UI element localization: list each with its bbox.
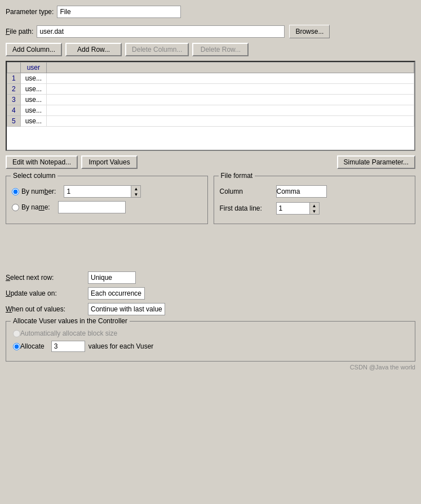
column-format-row: Column Comma: [220, 185, 410, 198]
by-name-select[interactable]: [58, 201, 126, 213]
allocate-inner: Automatically allocate block size Alloca…: [13, 329, 408, 352]
select-next-row-row: Select next row: Unique Sequential Rando…: [6, 271, 415, 284]
bottom-buttons-row: Edit with Notepad... Import Values Simul…: [6, 155, 415, 169]
table-row[interactable]: 5use...: [7, 116, 414, 127]
add-row-button[interactable]: Add Row...: [65, 43, 122, 56]
select-column-group: Select column By number: ▲ ▼ By nam: [6, 176, 208, 224]
select-next-row-select[interactable]: Unique Sequential Random Same Line As: [88, 271, 136, 284]
row-value: use...: [20, 116, 46, 127]
row-number: 4: [7, 105, 21, 116]
param-type-select-wrapper: File: [57, 6, 181, 18]
allocate-title: Allocate Vuser values in the Controller: [11, 317, 130, 325]
by-number-up-button[interactable]: ▲: [131, 186, 140, 191]
when-out-row: When out of values: Continue with last v…: [6, 303, 415, 315]
filepath-select[interactable]: user.dat: [37, 25, 285, 38]
filepath-label: File path:: [6, 28, 33, 35]
select-column-title: Select column: [11, 172, 57, 180]
column-format-label: Column: [220, 188, 276, 195]
first-data-input[interactable]: [276, 202, 310, 215]
column-format-select[interactable]: Comma: [276, 185, 327, 198]
update-value-select[interactable]: Each occurrence Each iteration Once: [88, 287, 145, 300]
table-row[interactable]: 4use...: [7, 105, 414, 116]
file-format-title: File format: [219, 172, 255, 180]
by-name-row: By name:: [12, 201, 202, 213]
by-number-input[interactable]: [64, 185, 131, 198]
update-value-label: Update value on:: [6, 289, 85, 297]
add-column-button[interactable]: Add Column...: [6, 43, 62, 56]
param-type-label: Parameter type:: [6, 8, 54, 16]
row-empty: [47, 84, 414, 95]
row-value: use...: [20, 95, 46, 105]
comma-select-wrapper: Comma: [276, 185, 327, 198]
select-next-row-wrapper: Unique Sequential Random Same Line As: [88, 271, 415, 284]
edit-notepad-button[interactable]: Edit with Notepad...: [6, 155, 78, 169]
row-empty: [47, 95, 414, 105]
bottom-section: Select next row: Unique Sequential Rando…: [6, 271, 415, 362]
watermark: CSDN @Java the world: [6, 364, 415, 371]
table-row[interactable]: 3use...: [7, 95, 414, 105]
row-number: 2: [7, 84, 21, 95]
action-buttons: Add Column... Add Row... Delete Column..…: [6, 43, 415, 56]
filepath-row: File path: user.dat Browse...: [6, 25, 415, 38]
by-number-radio[interactable]: [12, 188, 19, 195]
row-number: 3: [7, 95, 21, 105]
user-column-header: user: [20, 63, 46, 73]
by-number-row: By number: ▲ ▼: [12, 185, 202, 198]
empty-header: [47, 63, 414, 73]
row-empty: [47, 105, 414, 116]
first-data-spin-wrapper: ▲ ▼: [276, 202, 320, 215]
by-number-down-button[interactable]: ▼: [131, 191, 140, 197]
row-empty: [47, 116, 414, 127]
when-out-wrapper: Continue with last value Cycle back to f…: [88, 303, 415, 315]
table-row[interactable]: 2use...: [7, 84, 414, 95]
file-format-group: File format Column Comma First data line…: [214, 176, 416, 224]
panels-row: Select column By number: ▲ ▼ By nam: [6, 176, 415, 224]
update-value-wrapper: Each occurrence Each iteration Once: [88, 287, 415, 300]
first-data-row: First data line: ▲ ▼: [220, 202, 410, 215]
data-table-container: user 1use...2use...3use...4use...5use...: [6, 61, 415, 151]
allocate-number-row: Allocate values for each Vuser: [13, 341, 408, 352]
select-next-row-label: Select next row:: [6, 274, 85, 282]
import-values-button[interactable]: Import Values: [81, 155, 138, 169]
first-data-up-button[interactable]: ▲: [310, 203, 319, 208]
first-data-label: First data line:: [220, 204, 276, 212]
allocate-box: Allocate Vuser values in the Controller …: [6, 321, 415, 362]
row-number: 5: [7, 116, 21, 127]
row-value: use...: [20, 84, 46, 95]
auto-allocate-label: Automatically allocate block size: [20, 329, 117, 337]
when-out-label: When out of values:: [6, 305, 85, 313]
when-out-select[interactable]: Continue with last value Cycle back to f…: [88, 303, 165, 315]
by-name-label: By name:: [21, 203, 50, 211]
first-data-spin-buttons: ▲ ▼: [310, 202, 320, 215]
data-table: user 1use...2use...3use...4use...5use...: [7, 62, 414, 127]
name-select-wrapper: [58, 201, 126, 213]
filepath-select-wrapper: user.dat: [37, 25, 285, 38]
allocate-number-radio[interactable]: [13, 343, 20, 350]
number-spin-wrapper: ▲ ▼: [64, 185, 141, 198]
first-data-down-button[interactable]: ▼: [310, 208, 319, 214]
each-vuser-label: values for each Vuser: [88, 342, 154, 350]
table-row[interactable]: 1use...: [7, 73, 414, 84]
main-container: Parameter type: File File path: user.dat…: [0, 0, 421, 504]
by-number-spin-buttons: ▲ ▼: [131, 185, 141, 198]
row-num-header: [7, 63, 21, 73]
by-number-label: By number:: [21, 188, 56, 195]
allocate-value-input[interactable]: [51, 341, 85, 352]
row-number: 1: [7, 73, 21, 84]
browse-button[interactable]: Browse...: [289, 25, 330, 38]
update-value-row: Update value on: Each occurrence Each it…: [6, 287, 415, 300]
row-value: use...: [20, 73, 46, 84]
auto-allocate-radio[interactable]: [13, 330, 20, 337]
param-type-row: Parameter type: File: [6, 6, 415, 18]
simulate-parameter-button[interactable]: Simulate Parameter...: [337, 155, 415, 169]
row-empty: [47, 73, 414, 84]
row-value: use...: [20, 105, 46, 116]
delete-column-button[interactable]: Delete Column...: [125, 43, 189, 56]
spacer: [6, 232, 415, 266]
auto-allocate-row: Automatically allocate block size: [13, 329, 408, 337]
allocate-label: Allocate: [20, 342, 45, 350]
delete-row-button[interactable]: Delete Row...: [192, 43, 249, 56]
by-name-radio[interactable]: [12, 204, 19, 211]
param-type-select[interactable]: File: [57, 6, 181, 18]
